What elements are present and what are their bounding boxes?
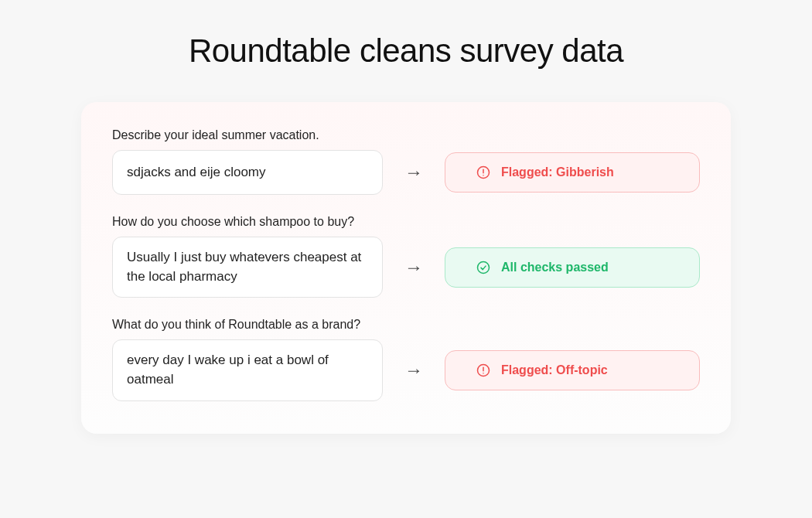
examples-card: Describe your ideal summer vacation. sdj… <box>81 102 731 434</box>
example-row: Describe your ideal summer vacation. sdj… <box>112 128 700 195</box>
survey-response: Usually I just buy whatevers cheapest at… <box>112 237 383 298</box>
status-label: Flagged: Gibberish <box>501 165 614 179</box>
survey-question: Describe your ideal summer vacation. <box>112 128 700 142</box>
status-badge: Flagged: Gibberish <box>445 152 700 193</box>
arrow-right-icon: → <box>404 361 423 380</box>
svg-point-6 <box>483 373 484 374</box>
survey-response: every day I wake up i eat a bowl of oatm… <box>112 339 383 400</box>
survey-question: How do you choose which shampoo to buy? <box>112 215 700 229</box>
example-row-body: sdjacks and eije cloomy → Flagged: Gibbe… <box>112 150 700 195</box>
arrow-right-icon: → <box>404 163 423 182</box>
status-label: All checks passed <box>501 261 609 274</box>
svg-point-2 <box>483 175 484 176</box>
alert-circle-icon <box>476 165 490 179</box>
survey-response-text: Usually I just buy whatevers cheapest at… <box>127 248 368 286</box>
arrow-right-icon: → <box>404 258 423 277</box>
svg-point-3 <box>478 261 490 273</box>
survey-response-text: sdjacks and eije cloomy <box>127 163 266 182</box>
alert-circle-icon <box>476 363 490 377</box>
page-headline: Roundtable cleans survey data <box>189 32 623 70</box>
status-badge: Flagged: Off-topic <box>445 350 700 390</box>
survey-response: sdjacks and eije cloomy <box>112 150 383 195</box>
survey-question: What do you think of Roundtable as a bra… <box>112 318 700 332</box>
check-circle-icon <box>476 261 490 274</box>
example-row-body: every day I wake up i eat a bowl of oatm… <box>112 339 700 400</box>
survey-response-text: every day I wake up i eat a bowl of oatm… <box>127 351 368 389</box>
status-label: Flagged: Off-topic <box>501 363 608 377</box>
example-row: What do you think of Roundtable as a bra… <box>112 318 700 400</box>
example-row-body: Usually I just buy whatevers cheapest at… <box>112 237 700 298</box>
example-row: How do you choose which shampoo to buy? … <box>112 215 700 298</box>
status-badge: All checks passed <box>445 247 700 288</box>
